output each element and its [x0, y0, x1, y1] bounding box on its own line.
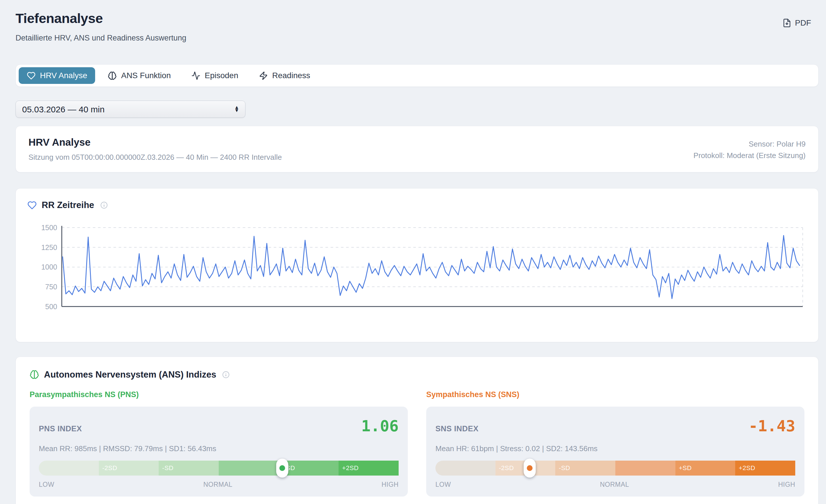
brain-icon [108, 71, 117, 80]
page-header: Tiefenanalyse Detaillierte HRV, ANS und … [15, 10, 819, 43]
tab-label: ANS Funktion [121, 71, 171, 80]
sns-index-stats: Mean HR: 61bpm | Stress: 0.02 | SD2: 143… [435, 444, 795, 453]
scale-segment [39, 461, 99, 476]
svg-text:500: 500 [45, 303, 57, 311]
ans-indices-card: Autonomes Nervensystem (ANS) Indizes Par… [15, 357, 819, 504]
heart-icon [27, 201, 37, 210]
rr-timeseries-card: RR Zeitreihe 150012501000750500 [15, 188, 819, 342]
sns-scale-bar: -2SD-SD+SD+2SD [435, 461, 795, 476]
session-sensor: Sensor: Polar H9 [694, 138, 806, 150]
pns-column: Parasympathisches NS (PNS) PNS INDEX 1.0… [30, 390, 408, 497]
scale-sd-label: +2SD [342, 464, 359, 472]
scale-segment [615, 461, 675, 476]
sns-section-label: Sympathisches NS (SNS) [426, 390, 805, 399]
pns-index-value: 1.06 [361, 417, 399, 435]
sns-index-card: SNS INDEX -1.43 Mean HR: 61bpm | Stress:… [426, 406, 805, 497]
session-protocol: Protokoll: Moderat (Erste Sitzung) [694, 150, 806, 161]
sns-index-value: -1.43 [749, 417, 795, 435]
range-label-low: LOW [39, 481, 54, 489]
pns-value-marker [276, 459, 288, 478]
page-subtitle: Detaillierte HRV, ANS und Readiness Ausw… [15, 34, 186, 43]
scale-segment [435, 461, 495, 476]
tab-episoden[interactable]: Episoden [183, 67, 246, 84]
svg-text:750: 750 [45, 283, 57, 291]
rr-line-chart: 150012501000750500 [27, 223, 807, 329]
tab-label: Episoden [204, 71, 238, 80]
svg-text:1250: 1250 [41, 243, 57, 251]
activity-icon [191, 71, 200, 80]
tab-label: Readiness [272, 71, 310, 80]
session-card-title: HRV Analyse [28, 136, 282, 148]
range-label-high: HIGH [381, 481, 399, 489]
pns-index-stats: Mean RR: 985ms | RMSSD: 79.79ms | SD1: 5… [39, 444, 399, 453]
session-select[interactable]: 05.03.2026 — 40 min [15, 101, 245, 118]
info-icon[interactable] [99, 201, 108, 209]
sns-column: Sympathisches NS (SNS) SNS INDEX -1.43 M… [426, 390, 805, 497]
page-title: Tiefenanalyse [15, 10, 186, 26]
scale-sd-label: -SD [559, 464, 570, 472]
svg-text:1000: 1000 [41, 263, 57, 271]
pns-index-card: PNS INDEX 1.06 Mean RR: 985ms | RMSSD: 7… [30, 406, 408, 497]
scale-sd-label: -2SD [499, 464, 514, 472]
tab-label: HRV Analyse [40, 71, 87, 80]
range-label-normal: NORMAL [600, 481, 629, 489]
heart-icon [27, 71, 36, 80]
session-select-wrap: 05.03.2026 — 40 min ▲▼ [15, 101, 245, 118]
tab-hrv-analyse[interactable]: HRV Analyse [19, 67, 95, 84]
pns-section-label: Parasympathisches NS (PNS) [30, 390, 408, 399]
range-label-normal: NORMAL [203, 481, 232, 489]
ans-card-title: Autonomes Nervensystem (ANS) Indizes [44, 370, 216, 380]
page: Tiefenanalyse Detaillierte HRV, ANS und … [0, 0, 826, 504]
scale-sd-label: -2SD [102, 464, 117, 472]
file-download-icon [782, 18, 791, 27]
zap-icon [259, 71, 268, 80]
sns-index-label: SNS INDEX [435, 424, 478, 433]
scale-segment [219, 461, 279, 476]
range-label-high: HIGH [778, 481, 795, 489]
pns-scale-bar: -2SD-SD+SD+2SD [39, 461, 399, 476]
info-icon[interactable] [221, 371, 230, 378]
tab-readiness[interactable]: Readiness [251, 67, 318, 84]
pns-index-label: PNS INDEX [39, 424, 82, 433]
sns-value-marker [524, 459, 536, 478]
scale-sd-label: -SD [162, 464, 173, 472]
scale-sd-label: +2SD [739, 464, 755, 472]
session-card-subtitle: Sitzung vom 05T00:00:00.000000Z.03.2026 … [28, 153, 282, 162]
session-summary-card: HRV Analyse Sitzung vom 05T00:00:00.0000… [15, 126, 819, 172]
rr-chart-title: RR Zeitreihe [42, 200, 94, 210]
rr-chart: 150012501000750500 [27, 223, 807, 330]
pdf-button-label: PDF [795, 18, 811, 27]
pdf-export-button[interactable]: PDF [782, 18, 811, 27]
tab-ans-funktion[interactable]: ANS Funktion [100, 67, 179, 84]
tab-bar: HRV Analyse ANS Funktion Episoden [15, 64, 819, 87]
brain-icon [30, 370, 39, 379]
svg-text:1500: 1500 [41, 224, 57, 232]
range-label-low: LOW [435, 481, 451, 489]
scale-sd-label: +SD [679, 464, 692, 472]
